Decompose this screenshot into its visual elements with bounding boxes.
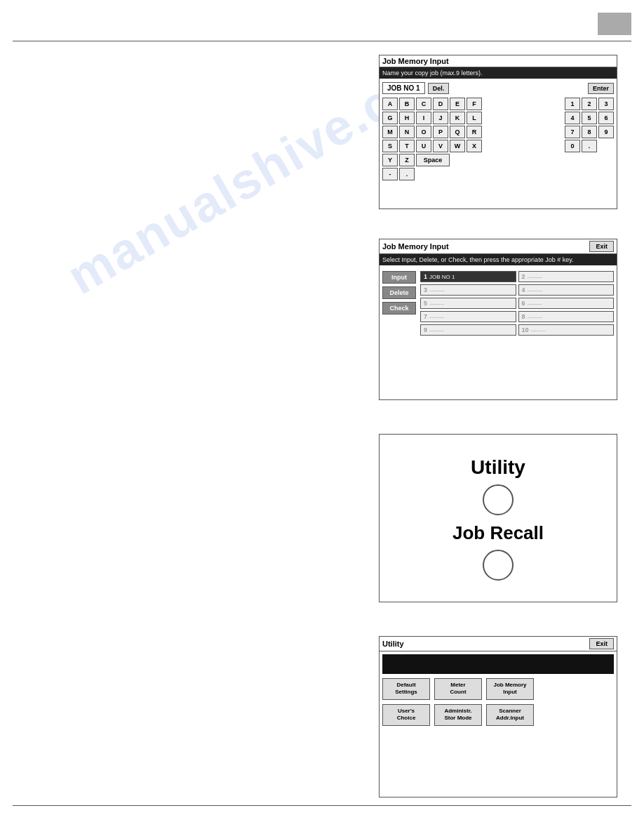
job-recall-button-circle[interactable] [483,550,514,581]
key-K[interactable]: K [450,112,465,124]
key-L[interactable]: L [467,112,482,124]
key-Z[interactable]: Z [399,154,415,166]
panel2-exit-button[interactable]: Exit [589,241,614,252]
key-V[interactable]: V [433,140,448,152]
key-1[interactable]: 1 [565,98,580,110]
key-7[interactable]: 7 [565,126,580,138]
panel4-header: Utility Exit [380,637,617,651]
job-slot-7[interactable]: 7-------- [420,311,516,322]
utility-menu-panel: Utility Exit Default SettingsMeter Count… [379,636,617,797]
key-X[interactable]: X [467,140,482,152]
panel2-title: Job Memory Input [382,242,449,251]
job-slot-1[interactable]: 1JOB NO 1 [420,271,516,282]
job-slots: 1JOB NO 12--------3--------4--------5---… [420,271,614,336]
key-H[interactable]: H [399,112,415,124]
job-memory-input-panel-2: Job Memory Input Exit Select Input, Dele… [379,239,617,400]
num-grid: 1 2 3 4 5 6 7 8 9 0 . [565,98,614,152]
panel4-buttons-row1: Default SettingsMeter CountJob Memory In… [382,678,614,700]
panel4-buttons-row2: User's ChoiceAdministr. Stor ModeScanner… [382,704,614,726]
job-slot-10[interactable]: 10-------- [518,324,615,336]
job-slot-5[interactable]: 5-------- [420,298,516,309]
delete-button[interactable]: Delete [382,286,416,299]
panel4-dark-bar [382,654,614,674]
key-F[interactable]: F [467,98,482,110]
job-slot-8[interactable]: 8-------- [518,311,615,322]
key-8[interactable]: 8 [582,126,597,138]
del-button[interactable]: Del. [428,83,450,94]
job-slot-2[interactable]: 2-------- [518,271,615,282]
key-num-dot[interactable]: . [582,140,597,152]
key-2[interactable]: 2 [582,98,597,110]
panel4-title: Utility [382,640,404,648]
job-memory-input-panel-1: Job Memory Input Name your copy job (max… [379,55,617,209]
panel1-title: Job Memory Input [380,55,617,67]
key-9[interactable]: 9 [598,126,614,138]
job-slot-6[interactable]: 6-------- [518,298,615,309]
key-T[interactable]: T [399,140,415,152]
keyboard-area: A B C D E F G H I J K L M N O P Q R S T [382,98,614,180]
panel4-btn-row1-2[interactable]: Job Memory Input [486,678,534,700]
key-E[interactable]: E [450,98,465,110]
key-R[interactable]: R [467,126,482,138]
panel4-btn-row2-2[interactable]: Scanner Addr.Input [486,704,534,726]
job-slot-3[interactable]: 3-------- [420,284,516,296]
key-N[interactable]: N [399,126,415,138]
key-5[interactable]: 5 [582,112,597,124]
utility-button-circle[interactable] [483,484,514,515]
key-3[interactable]: 3 [598,98,614,110]
num-keys: 1 2 3 4 5 6 7 8 9 0 . [565,98,614,180]
key-M[interactable]: M [382,126,398,138]
panel4-exit-button[interactable]: Exit [589,638,614,649]
key-C[interactable]: C [416,98,431,110]
enter-button[interactable]: Enter [588,83,614,94]
job-name-field[interactable]: JOB NO 1 [382,82,425,94]
key-W[interactable]: W [450,140,465,152]
job-slot-4[interactable]: 4-------- [518,284,615,296]
key-Q[interactable]: Q [450,126,465,138]
job-slot-9[interactable]: 9-------- [420,324,516,336]
key-I[interactable]: I [416,112,431,124]
key-P[interactable]: P [433,126,448,138]
alpha-keys: A B C D E F G H I J K L M N O P Q R S T [382,98,563,180]
panel1-job-row: JOB NO 1 Del. Enter [382,82,614,94]
key-G[interactable]: G [382,112,398,124]
key-D[interactable]: D [433,98,448,110]
check-button[interactable]: Check [382,302,416,315]
panel4-btn-row2-1[interactable]: Administr. Stor Mode [434,704,482,726]
key-dot[interactable]: . [399,168,415,180]
panel1-instruction: Name your copy job (max.9 letters). [380,67,617,79]
utility-job-recall-panel: Utility Job Recall [379,434,617,602]
key-6[interactable]: 6 [598,112,614,124]
bottom-rule [13,805,631,806]
panel2-body: Input Delete Check 1JOB NO 12--------3--… [382,271,614,336]
job-recall-label: Job Recall [452,522,544,544]
input-button[interactable]: Input [382,271,416,284]
key-dash[interactable]: - [382,168,398,180]
panel2-instruction: Select Input, Delete, or Check, then pre… [380,254,617,265]
panel4-btn-row1-0[interactable]: Default Settings [382,678,430,700]
key-S[interactable]: S [382,140,398,152]
panel2-actions: Input Delete Check [382,271,416,336]
panel4-btn-row1-1[interactable]: Meter Count [434,678,482,700]
key-U[interactable]: U [416,140,431,152]
key-A[interactable]: A [382,98,398,110]
key-0[interactable]: 0 [565,140,580,152]
symbol-keys: - . [382,168,563,180]
key-space[interactable]: Space [416,154,450,166]
key-O[interactable]: O [416,126,431,138]
panel2-header: Job Memory Input Exit [380,239,617,254]
key-B[interactable]: B [399,98,415,110]
panel4-btn-row2-0[interactable]: User's Choice [382,704,430,726]
top-rule [13,41,631,41]
key-Y[interactable]: Y [382,154,398,166]
utility-label: Utility [471,456,525,479]
top-gray-bar [598,13,631,35]
alpha-grid: A B C D E F G H I J K L M N O P Q R S T [382,98,563,166]
key-4[interactable]: 4 [565,112,580,124]
key-J[interactable]: J [433,112,448,124]
